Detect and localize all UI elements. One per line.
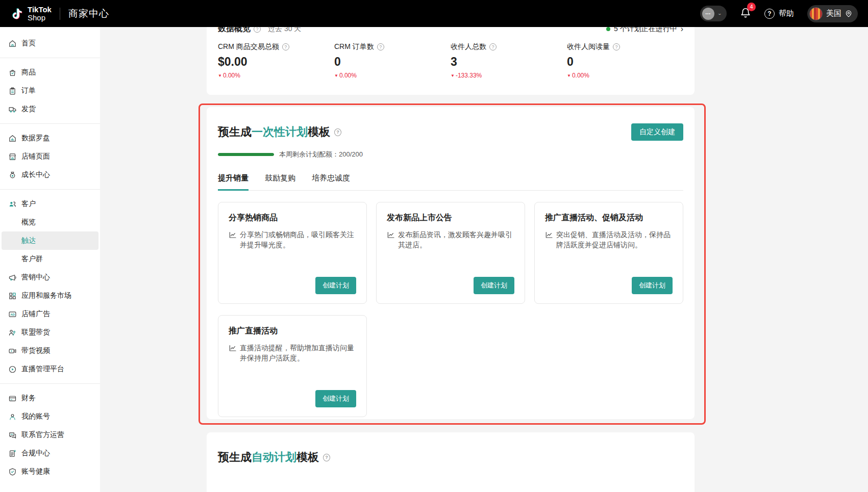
help-button[interactable]: ? 帮助 bbox=[764, 9, 794, 19]
sidebar-item-账号健康[interactable]: 账号健康 bbox=[2, 462, 98, 481]
brand-line2: Shop bbox=[28, 14, 52, 21]
sidebar-nav: 首页商品订单发货数据罗盘店铺页面成长中心客户概览触达客户群营销中心应用和服务市场… bbox=[0, 34, 100, 481]
plans-grid: 分享热销商品分享热门或畅销商品，吸引顾客关注并提升曝光度。创建计划发布新品上市公… bbox=[218, 202, 683, 417]
clipboard-icon bbox=[8, 87, 17, 95]
chat-icon bbox=[8, 431, 17, 439]
sidebar-item-label: 财务 bbox=[21, 394, 36, 403]
sidebar-item-成长中心[interactable]: 成长中心 bbox=[2, 166, 98, 184]
region-selector[interactable]: 美国 bbox=[807, 5, 858, 22]
help-icon[interactable]: ? bbox=[613, 43, 620, 50]
sidebar-item-label: 发货 bbox=[21, 105, 36, 114]
tab-培养忠诚度[interactable]: 培养忠诚度 bbox=[312, 173, 350, 191]
create-plan-button[interactable]: 创建计划 bbox=[315, 390, 356, 407]
notifications-button[interactable]: 4 bbox=[740, 7, 751, 21]
stat-value: 0 bbox=[334, 55, 451, 69]
ad-icon: AD bbox=[8, 310, 17, 319]
help-icon[interactable]: ? bbox=[282, 43, 289, 50]
custom-create-button[interactable]: 自定义创建 bbox=[631, 123, 683, 141]
stat-label: 收件人阅读量? bbox=[567, 42, 683, 51]
bag-icon bbox=[8, 68, 17, 77]
sidebar-item-联系官方运营[interactable]: 联系官方运营 bbox=[2, 426, 98, 444]
sidebar-item-label: 店铺广告 bbox=[21, 309, 50, 319]
tab-提升销量[interactable]: 提升销量 bbox=[218, 173, 249, 191]
chevron-down-icon: ⌄ bbox=[717, 11, 722, 16]
help-icon[interactable]: ? bbox=[323, 454, 330, 461]
create-plan-button[interactable]: 创建计划 bbox=[632, 277, 673, 294]
sidebar-item-商品[interactable]: 商品 bbox=[2, 63, 98, 82]
plan-card-description: 直播活动提醒，帮助增加直播访问量并保持用户活跃度。 bbox=[240, 343, 356, 363]
messages-dropdown[interactable]: ••• ⌄ bbox=[700, 6, 727, 21]
stat-label: 收件人总数? bbox=[451, 42, 567, 51]
create-plan-button[interactable]: 创建计划 bbox=[315, 277, 356, 294]
sidebar-divider bbox=[0, 189, 100, 190]
plan-card-推广直播活动: 推广直播活动直播活动提醒，帮助增加直播访问量并保持用户活跃度。创建计划 bbox=[218, 315, 367, 417]
sidebar-item-首页[interactable]: 首页 bbox=[2, 34, 98, 53]
stat-value: $0.00 bbox=[218, 55, 334, 69]
sidebar-item-label: 联系官方运营 bbox=[21, 430, 64, 439]
sidebar-item-店铺广告[interactable]: AD店铺广告 bbox=[2, 305, 98, 323]
stat-delta: ▼0.00% bbox=[567, 72, 683, 79]
stat-label: CRM 商品交易总额? bbox=[218, 42, 334, 51]
sidebar-item-客户群[interactable]: 客户群 bbox=[2, 250, 98, 268]
sidebar-item-客户[interactable]: 客户 bbox=[2, 195, 98, 213]
megaphone-icon bbox=[8, 273, 17, 282]
plan-card-title: 分享热销商品 bbox=[229, 213, 356, 223]
plan-card-title: 推广直播活动 bbox=[229, 326, 356, 336]
sidebar-item-label: 商品 bbox=[21, 68, 36, 77]
sidebar-item-应用和服务市场[interactable]: 应用和服务市场 bbox=[2, 287, 98, 305]
sidebar-item-直播管理平台[interactable]: 直播管理平台 bbox=[2, 360, 98, 378]
medal-icon bbox=[8, 171, 17, 179]
sidebar-item-营销中心[interactable]: 营销中心 bbox=[2, 268, 98, 287]
stat-label: CRM 订单数? bbox=[334, 42, 451, 51]
stats-row: CRM 商品交易总额?$0.00▼0.00%CRM 订单数?0▼0.00%收件人… bbox=[218, 42, 683, 79]
help-icon[interactable]: ? bbox=[489, 43, 497, 50]
sidebar-item-带货视频[interactable]: 带货视频 bbox=[2, 342, 98, 360]
line-chart-icon bbox=[387, 231, 395, 250]
live-icon bbox=[8, 365, 17, 374]
plan-card-title: 发布新品上市公告 bbox=[387, 213, 514, 223]
tab-鼓励复购[interactable]: 鼓励复购 bbox=[265, 173, 295, 191]
help-icon[interactable]: ? bbox=[377, 43, 384, 50]
brand-line1: TikTok bbox=[28, 6, 52, 13]
down-arrow-icon: ▼ bbox=[334, 73, 338, 78]
grid-icon bbox=[8, 292, 17, 300]
sidebar-item-店铺页面[interactable]: 店铺页面 bbox=[2, 147, 98, 166]
quota-progress-bar bbox=[218, 153, 274, 156]
help-icon[interactable]: ? bbox=[334, 128, 341, 136]
sidebar-item-合规中心[interactable]: 合规中心 bbox=[2, 444, 98, 462]
line-chart-icon bbox=[545, 231, 553, 250]
tiktok-shop-logo[interactable]: TikTok Shop bbox=[10, 6, 52, 21]
stat-CRM 商品交易总额: CRM 商品交易总额?$0.00▼0.00% bbox=[218, 42, 334, 79]
video-icon bbox=[8, 347, 17, 355]
sidebar-item-概览[interactable]: 概览 bbox=[2, 213, 98, 231]
stat-delta: ▼0.00% bbox=[218, 72, 334, 79]
sidebar-divider bbox=[0, 383, 100, 384]
sidebar-item-订单[interactable]: 订单 bbox=[2, 82, 98, 100]
down-arrow-icon: ▼ bbox=[451, 73, 455, 78]
sidebar-item-发货[interactable]: 发货 bbox=[2, 100, 98, 118]
affiliate-icon bbox=[8, 328, 17, 337]
sidebar-item-触达[interactable]: 触达 bbox=[2, 231, 98, 250]
sidebar-item-label: 我的账号 bbox=[21, 412, 50, 421]
sidebar-item-我的账号[interactable]: 我的账号 bbox=[2, 407, 98, 426]
plan-card-分享热销商品: 分享热销商品分享热门或畅销商品，吸引顾客关注并提升曝光度。创建计划 bbox=[218, 202, 367, 304]
header-divider bbox=[60, 8, 60, 20]
sidebar-item-数据罗盘[interactable]: 数据罗盘 bbox=[2, 129, 98, 147]
stat-value: 3 bbox=[451, 55, 567, 69]
create-plan-button[interactable]: 创建计划 bbox=[474, 277, 514, 294]
sidebar-item-财务[interactable]: 财务 bbox=[2, 389, 98, 407]
line-chart-icon bbox=[229, 344, 237, 363]
sidebar: 首页商品订单发货数据罗盘店铺页面成长中心客户概览触达客户群营销中心应用和服务市场… bbox=[0, 27, 100, 492]
auto-plans-card: 预生成自动计划模板 ? bbox=[207, 432, 695, 492]
top-header: TikTok Shop 商家中心 ••• ⌄ 4 ? 帮助 美国 bbox=[0, 0, 868, 27]
chat-dots: ••• bbox=[706, 12, 711, 15]
sidebar-item-联盟带货[interactable]: 联盟带货 bbox=[2, 323, 98, 342]
green-dot-icon bbox=[606, 27, 610, 31]
users-icon bbox=[8, 200, 17, 209]
quota-progress-fill bbox=[218, 153, 274, 156]
sidebar-item-label: 带货视频 bbox=[21, 346, 50, 355]
line-chart-icon bbox=[229, 231, 237, 250]
sidebar-item-label: 直播管理平台 bbox=[21, 365, 64, 374]
sidebar-item-label: 概览 bbox=[21, 218, 36, 227]
plans-tabs: 提升销量鼓励复购培养忠诚度 bbox=[218, 173, 683, 191]
